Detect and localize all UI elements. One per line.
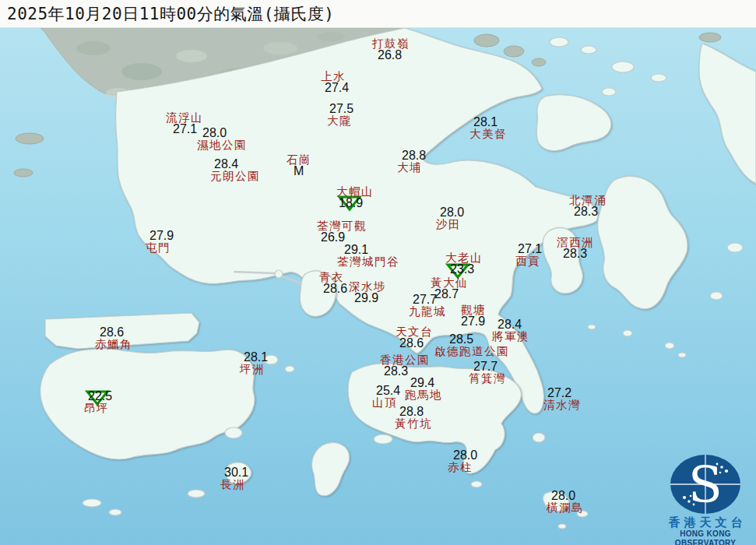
station-temp-value: 28.1	[244, 352, 268, 363]
map-title-bar: 2025年10月20日11時00分的氣溫(攝氏度)	[0, 0, 756, 28]
station-temp-value: 28.6	[399, 338, 424, 349]
station-label: 28.0橫瀾島	[547, 490, 584, 514]
station-label: 滘西洲28.3	[557, 236, 594, 259]
hko-logo-name-en: HONG KONG OBSERVATORY	[651, 529, 756, 545]
station-temp-value: 28.4	[214, 159, 238, 170]
station-name-text: 赤柱	[448, 461, 473, 473]
station-name-text: 跑馬地	[405, 389, 442, 401]
station-temp-value: 28.0	[551, 490, 575, 501]
station-temp-value: 29.4	[410, 378, 434, 389]
station-name-text: 筲箕灣	[469, 372, 506, 385]
station-temp-value: 28.3	[384, 366, 408, 377]
station-temp-value: 28.6	[100, 327, 124, 338]
station-temp-value: 27.9	[149, 230, 174, 241]
station-label: 28.1坪洲	[240, 352, 268, 375]
station-temp-value: 28.3	[574, 206, 598, 217]
station-label: 27.1西貢	[515, 244, 542, 267]
station-label: 30.1長洲	[220, 467, 248, 490]
station-label: 27.9屯門	[146, 230, 174, 254]
page-title: 2025年10月20日11時00分的氣溫(攝氏度)	[7, 3, 335, 25]
station-temp-value: 28.8	[402, 150, 426, 161]
station-label: 打鼓嶺26.8	[372, 37, 410, 61]
hko-logo: S 香港天文台 HONG KONG OBSERVATORY	[651, 453, 756, 545]
station-label: 大老山23.3	[445, 251, 483, 275]
station-temp-value: 27.7	[473, 361, 498, 372]
station-label: 上水27.4	[321, 70, 349, 93]
station-name-text: 長洲	[220, 478, 245, 490]
station-label: 28.0濕地公園	[197, 128, 247, 151]
station-temp-value: 22.5	[88, 391, 112, 402]
station-temp-value: 28.0	[440, 207, 464, 218]
station-temp-value: 28.0	[453, 450, 477, 461]
station-label: 香港公園28.3	[380, 353, 430, 377]
station-name-text: 橫瀾島	[547, 501, 584, 514]
station-label: 27.7筲箕灣	[469, 361, 506, 385]
station-label: 29.1荃灣城門谷	[337, 244, 399, 268]
station-name-text: 坪洲	[240, 363, 265, 375]
station-temp-value: 26.9	[321, 232, 345, 243]
station-name-text: 山頂	[372, 396, 397, 409]
station-label: 28.8黃竹坑	[395, 406, 432, 430]
station-temp-value: 28.0	[202, 128, 227, 139]
stations-layer: 打鼓嶺26.8上水27.427.5大隴流浮山27.128.0濕地公園28.4元朗…	[0, 0, 756, 545]
station-name-text: 大美督	[469, 128, 507, 140]
station-temp-value: 18.9	[339, 198, 363, 209]
logo-s-glyph: S	[688, 456, 723, 514]
station-label: 27.5大隴	[327, 104, 353, 127]
station-name-text: 啟德跑道公園	[434, 345, 509, 357]
station-temp-value: 27.4	[325, 83, 349, 93]
station-temp-value: 27.5	[329, 104, 353, 114]
station-temp-value: 28.4	[498, 319, 522, 330]
station-name-text: 赤鱲角	[95, 338, 132, 350]
station-temp-value: 28.6	[323, 283, 347, 294]
station-label: 荃灣可觀26.9	[317, 220, 367, 243]
station-name-text: 昂坪	[84, 402, 109, 414]
station-name-text: 元朗公園	[210, 170, 260, 182]
station-label: 青衣28.6	[319, 271, 347, 294]
hko-logo-name-zh: 香港天文台	[651, 517, 756, 529]
hko-logo-emblem: S	[663, 453, 748, 515]
station-label: 22.5昂坪	[84, 391, 112, 414]
station-label: 29.4跑馬地	[405, 378, 442, 401]
station-name-text: 清水灣	[543, 399, 581, 411]
station-label: 石崗M	[287, 153, 311, 177]
station-temp-value: 28.8	[399, 406, 424, 417]
station-label: 28.4將軍澳	[492, 319, 529, 343]
station-name-text: 西貢	[515, 255, 540, 267]
station-name-text: 濕地公園	[197, 139, 247, 151]
station-label: 28.0赤柱	[448, 450, 477, 473]
station-temp-value: M	[294, 166, 304, 177]
station-name-text: 將軍澳	[492, 330, 529, 343]
station-label: 觀塘27.9	[461, 304, 486, 327]
station-name-text: 沙田	[436, 218, 461, 230]
station-temp-value: 28.3	[563, 248, 587, 259]
station-temp-value: 26.8	[378, 50, 402, 61]
station-temp-value: 23.3	[450, 264, 474, 275]
station-temp-value: 28.1	[473, 117, 498, 128]
station-label: 28.1大美督	[469, 117, 507, 140]
station-temp-value: 27.2	[547, 388, 571, 399]
station-name-text: 大埔	[397, 161, 422, 174]
station-label: 北潭涌28.3	[569, 194, 607, 217]
station-label: 28.0沙田	[436, 207, 464, 230]
station-label: 28.8大埔	[397, 150, 426, 174]
station-name-text: 荃灣城門谷	[337, 255, 399, 268]
station-label: 28.4元朗公園	[210, 159, 260, 182]
station-temp-value: 27.1	[173, 124, 197, 135]
station-label: 28.6赤鱲角	[95, 327, 132, 350]
station-temp-value: 28.7	[434, 289, 459, 300]
station-temp-value: 27.1	[518, 244, 542, 255]
station-label: 天文台28.6	[396, 325, 433, 349]
station-temp-value: 25.4	[376, 385, 400, 396]
station-name-text: 大隴	[327, 114, 352, 127]
station-name-text: 屯門	[146, 241, 171, 254]
station-label: 深水埗29.9	[349, 280, 386, 304]
station-temp-value: 27.9	[461, 316, 485, 327]
station-name-text: 九龍城	[409, 305, 446, 318]
station-label: 27.2清水灣	[543, 388, 581, 411]
station-temp-value: 29.1	[344, 244, 368, 255]
station-temp-value: 29.9	[354, 293, 378, 304]
station-label: 25.4山頂	[372, 385, 400, 409]
station-label: 大帽山18.9	[336, 185, 374, 209]
station-name-text: 黃竹坑	[395, 417, 432, 430]
